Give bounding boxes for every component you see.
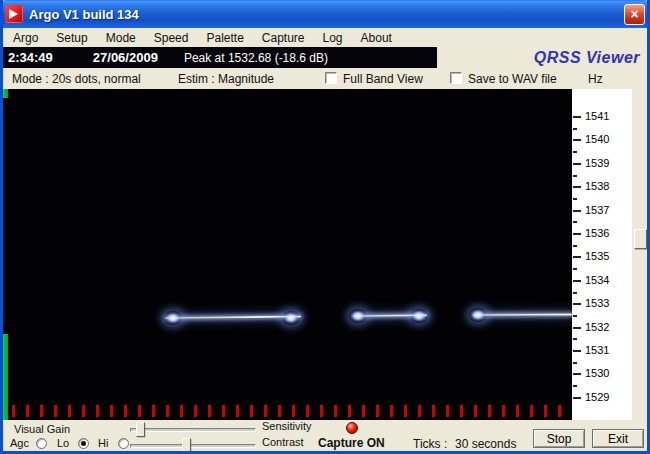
level-meter-top-segment [0, 89, 8, 98]
scale-label: 1536 [585, 227, 609, 239]
scale-tick [573, 186, 581, 188]
scale-tick [573, 303, 581, 305]
window-title: Argo V1 build 134 [29, 7, 139, 22]
menu-item-mode[interactable]: Mode [97, 30, 145, 46]
level-meter-bottom-segment [0, 334, 8, 420]
brand-area: QRSS Viewer [437, 47, 650, 68]
date-display: 27/06/2009 [93, 50, 158, 65]
scale-tick [573, 116, 581, 118]
ticks-value: 30 seconds [455, 437, 516, 451]
scale-label: 1535 [585, 250, 609, 262]
scale-minor-tick [573, 362, 577, 364]
signal-blob [469, 308, 487, 322]
menu-item-speed[interactable]: Speed [145, 30, 198, 46]
stop-button[interactable]: Stop [533, 429, 585, 448]
scale-minor-tick [573, 292, 577, 294]
clock-time: 2:34:49 [8, 50, 53, 65]
scale-tick [573, 210, 581, 212]
scale-minor-tick [573, 338, 577, 340]
radio-label-hi: Hi [98, 437, 108, 449]
spectrogram[interactable] [8, 89, 572, 420]
peak-readout: Peak at 1532.68 (-18.6 dB) [184, 51, 328, 65]
menu-item-capture[interactable]: Capture [253, 30, 314, 46]
sensitivity-slider-thumb[interactable] [136, 422, 145, 437]
scale-minor-tick [573, 385, 577, 387]
scale-label: 1538 [585, 180, 609, 192]
signal-trace [165, 316, 301, 319]
scale-tick [573, 163, 581, 165]
info-bar: 2:34:49 27/06/2009 Peak at 1532.68 (-18.… [0, 47, 437, 68]
scale-tick [573, 397, 581, 399]
radio-label-agc: Agc [10, 437, 29, 449]
scale-minor-tick [573, 221, 577, 223]
menu-item-palette[interactable]: Palette [197, 30, 252, 46]
contrast-slider-track[interactable] [130, 444, 256, 448]
scale-label: 1540 [585, 133, 609, 145]
scale-label: 1530 [585, 367, 609, 379]
scale-minor-tick [573, 315, 577, 317]
scale-label: 1539 [585, 157, 609, 169]
frequency-scrollbar-track[interactable] [632, 89, 650, 420]
scale-label: 1529 [585, 391, 609, 403]
scale-tick [573, 327, 581, 329]
menu-item-about[interactable]: About [352, 30, 401, 46]
frequency-scrollbar-thumb[interactable] [634, 229, 647, 249]
menu-item-log[interactable]: Log [314, 30, 352, 46]
scale-minor-tick [573, 245, 577, 247]
control-panel: Visual Gain Agc Lo Hi Sensitivity Contra… [0, 420, 650, 454]
capture-led [346, 422, 358, 434]
hz-unit-label: Hz [588, 72, 603, 86]
save-wav-label: Save to WAV file [468, 72, 557, 86]
signal-trace [473, 313, 572, 316]
full-band-view-label: Full Band View [343, 72, 423, 86]
exit-button[interactable]: Exit [592, 429, 644, 448]
capture-status: Capture ON [318, 436, 385, 450]
argo-window: Argo V1 build 134 × ArgoSetupModeSpeedPa… [0, 0, 650, 454]
scale-tick [573, 139, 581, 141]
scale-minor-tick [573, 268, 577, 270]
ticks-label: Ticks : [413, 437, 447, 451]
signal-blob [282, 311, 300, 325]
status-row: Mode : 20s dots, normal Estim : Magnitud… [0, 68, 650, 89]
title-bar[interactable]: Argo V1 build 134 × [0, 0, 650, 28]
signal-blob [410, 309, 428, 323]
radio-lo[interactable] [78, 438, 89, 449]
time-ticks [12, 405, 572, 417]
visual-gain-label: Visual Gain [14, 423, 70, 435]
radio-agc[interactable] [36, 438, 47, 449]
contrast-slider-thumb[interactable] [182, 438, 191, 453]
app-icon[interactable] [5, 5, 23, 23]
estim-status: Estim : Magnitude [178, 72, 274, 86]
scale-tick [573, 233, 581, 235]
scale-label: 1532 [585, 321, 609, 333]
scale-minor-tick [573, 198, 577, 200]
scale-label: 1534 [585, 274, 609, 286]
scale-label: 1531 [585, 344, 609, 356]
full-band-view-checkbox[interactable] [325, 72, 337, 84]
radio-label-lo: Lo [57, 437, 69, 449]
radio-hi[interactable] [118, 438, 129, 449]
frequency-scale: 1541154015391538153715361535153415331532… [572, 89, 632, 420]
close-button[interactable]: × [624, 4, 645, 25]
scale-minor-tick [573, 128, 577, 130]
signal-blob [349, 309, 367, 323]
scale-label: 1537 [585, 204, 609, 216]
menu-bar: ArgoSetupModeSpeedPaletteCaptureLogAbout [0, 28, 650, 47]
scale-minor-tick [573, 175, 577, 177]
menu-item-argo[interactable]: Argo [4, 30, 47, 46]
scale-tick [573, 350, 581, 352]
app-brand: QRSS Viewer [534, 49, 640, 67]
mode-status: Mode : 20s dots, normal [12, 72, 141, 86]
contrast-label: Contrast [262, 436, 304, 448]
scale-tick [573, 256, 581, 258]
scale-label: 1533 [585, 297, 609, 309]
signal-blob [164, 311, 182, 325]
menu-item-setup[interactable]: Setup [47, 30, 96, 46]
scale-tick [573, 373, 581, 375]
save-wav-checkbox[interactable] [450, 72, 462, 84]
scale-minor-tick [573, 151, 577, 153]
sensitivity-label: Sensitivity [262, 420, 312, 432]
scale-label: 1541 [585, 110, 609, 122]
sensitivity-slider-track[interactable] [130, 428, 256, 432]
scale-tick [573, 280, 581, 282]
